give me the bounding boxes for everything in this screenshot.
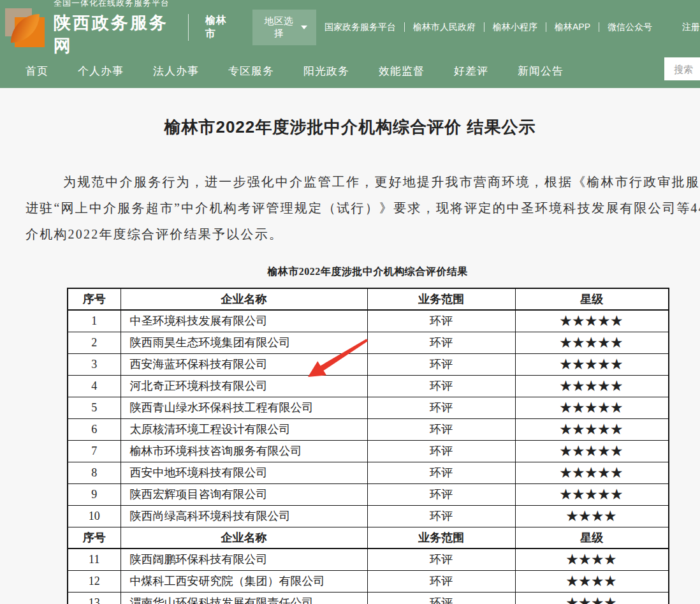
star-rating-cell: ★★★★ [515,592,669,604]
paragraph-line: 为规范中介服务行为，进一步强化中介监管工作，更好地提升我市营商环境，根据《榆林市… [0,169,700,195]
row-number-cell: 8 [68,462,120,483]
nav-item-个人办事[interactable]: 个人办事 [78,64,124,78]
site-logo[interactable] [5,8,45,48]
row-number-cell: 1 [68,310,120,332]
star-rating-cell: ★★★★★ [515,375,669,397]
table-row: 5陕西青山绿水环保科技工程有限公司环评★★★★★ [68,397,669,418]
row-number-cell: 11 [68,549,120,570]
header-top-row: 全国一体化在线政务服务平台 陕西政务服务网 榆林市 地区选择 国家政务服务平台榆… [0,0,700,54]
company-name-cell: 中圣环境科技发展有限公司 [120,310,367,332]
row-number-cell: 10 [68,505,120,527]
announcement-paragraph: 为规范中介服务行为，进一步强化中介监管工作，更好地提升我市营商环境，根据《榆林市… [0,169,700,247]
table-row: 12中煤科工西安研究院（集团）有限公司环评★★★★ [68,570,669,592]
nav-item-好差评[interactable]: 好差评 [454,64,488,78]
company-name-cell: 陕西阔鹏环保科技有限公司 [120,549,367,570]
nav-item-首页[interactable]: 首页 [26,64,48,78]
column-header: 星级 [515,288,669,310]
column-header: 业务范围 [367,527,515,549]
header-link[interactable]: 榆林市人民政府 [405,22,484,33]
nav-item-阳光政务[interactable]: 阳光政务 [303,64,349,78]
header-link[interactable]: 微信公众号 [599,22,660,33]
paragraph-line: 进驻“网上中介服务超市”中介机构考评管理规定（试行）》要求，现将评定的中圣环境科… [0,195,700,221]
current-city-label: 榆林市 [205,14,235,41]
business-scope-cell: 环评 [367,440,515,462]
main-nav: 首页个人办事法人办事专区服务阳光政务效能监督好差评新闻公告 [0,54,700,88]
company-name-cell: 陕西宏辉项目咨询有限公司 [120,483,367,505]
star-rating-cell: ★★★★★ [515,440,669,462]
company-name-cell: 太原核清环境工程设计有限公司 [120,418,367,440]
search-input[interactable] [664,57,700,80]
business-scope-cell: 环评 [367,570,515,592]
region-selector-button[interactable]: 地区选择 [252,10,316,45]
row-number-cell: 9 [68,483,120,505]
table-row: 2陕西雨昊生态环境集团有限公司环评★★★★★ [68,332,669,353]
company-name-cell: 西安海蓝环保科技有限公司 [120,353,367,375]
business-scope-cell: 环评 [367,375,515,397]
business-scope-cell: 环评 [367,310,515,332]
column-header: 星级 [515,527,669,549]
business-scope-cell: 环评 [367,332,515,353]
table-row: 4河北奇正环境科技有限公司环评★★★★★ [68,375,669,397]
column-header: 序号 [68,527,120,549]
table-header-row: 序号企业名称业务范围星级 [68,288,669,310]
row-number-cell: 13 [68,592,120,604]
header-divider [188,14,189,41]
row-number-cell: 5 [68,397,120,418]
star-rating-cell: ★★★★ [515,549,669,570]
company-name-cell: 榆林市环境科技咨询服务有限公司 [120,440,367,462]
star-rating-cell: ★★★★ [515,570,669,592]
header-link[interactable]: 榆林APP [546,22,599,33]
paragraph-line: 介机构2022年度综合评价结果予以公示。 [0,221,700,247]
table-row: 8西安中地环境科技有限公司环评★★★★★ [68,462,669,483]
header-link[interactable]: 榆林小程序 [485,22,546,33]
table-row: 13渭南华山环保科技发展有限责任公司环评★★★★ [68,592,669,604]
table-row: 9陕西宏辉项目咨询有限公司环评★★★★★ [68,483,669,505]
nav-item-专区服务[interactable]: 专区服务 [228,64,274,78]
star-rating-cell: ★★★★★ [515,483,669,505]
star-rating-cell: ★★★★★ [515,353,669,375]
star-rating-cell: ★★★★★ [515,418,669,440]
evaluation-table: 序号企业名称业务范围星级1中圣环境科技发展有限公司环评★★★★★2陕西雨昊生态环… [67,288,669,604]
nav-item-新闻公告[interactable]: 新闻公告 [518,64,564,78]
business-scope-cell: 环评 [367,418,515,440]
row-number-cell: 7 [68,440,120,462]
header-link[interactable]: 国家政务服务平台 [316,22,404,33]
register-link[interactable]: 注册 [682,22,700,33]
brand-block: 全国一体化在线政务服务平台 陕西政务服务网 [54,0,177,57]
business-scope-cell: 环评 [367,505,515,527]
row-number-cell: 2 [68,332,120,353]
star-rating-cell: ★★★★★ [515,462,669,483]
announcement-document: 榆林市2022年度涉批中介机构综合评价 结果公示 为规范中介服务行为，进一步强化… [0,116,700,604]
company-name-cell: 陕西尚绿高科环境科技有限公司 [120,505,367,527]
business-scope-cell: 环评 [367,483,515,505]
company-name-cell: 河北奇正环境科技有限公司 [120,375,367,397]
table-row: 11陕西阔鹏环保科技有限公司环评★★★★ [68,549,669,570]
business-scope-cell: 环评 [367,397,515,418]
company-name-cell: 渭南华山环保科技发展有限责任公司 [120,592,367,604]
company-name-cell: 陕西青山绿水环保科技工程有限公司 [120,397,367,418]
star-rating-cell: ★★★★★ [515,397,669,418]
nav-item-效能监督[interactable]: 效能监督 [379,64,425,78]
table-row: 1中圣环境科技发展有限公司环评★★★★★ [68,310,669,332]
company-name-cell: 西安中地环境科技有限公司 [120,462,367,483]
page-title: 榆林市2022年度涉批中介机构综合评价 结果公示 [0,116,700,138]
business-scope-cell: 环评 [367,462,515,483]
row-number-cell: 3 [68,353,120,375]
column-header: 序号 [68,288,120,310]
column-header: 企业名称 [120,288,367,310]
table-caption: 榆林市2022年度涉批中介机构综合评价结果 [67,265,668,279]
table-row: 7榆林市环境科技咨询服务有限公司环评★★★★★ [68,440,669,462]
column-header: 业务范围 [367,288,515,310]
company-name-cell: 陕西雨昊生态环境集团有限公司 [120,332,367,353]
table-header-row: 序号企业名称业务范围星级 [68,527,669,549]
row-number-cell: 6 [68,418,120,440]
row-number-cell: 4 [68,375,120,397]
header-links: 国家政务服务平台榆林市人民政府榆林小程序榆林APP微信公众号 [316,22,660,33]
column-header: 企业名称 [120,527,367,549]
evaluation-table-body: 序号企业名称业务范围星级1中圣环境科技发展有限公司环评★★★★★2陕西雨昊生态环… [68,288,669,604]
region-selector-label: 地区选择 [261,15,296,40]
table-row: 6太原核清环境工程设计有限公司环评★★★★★ [68,418,669,440]
site-header: 全国一体化在线政务服务平台 陕西政务服务网 榆林市 地区选择 国家政务服务平台榆… [0,0,700,88]
company-name-cell: 中煤科工西安研究院（集团）有限公司 [120,570,367,592]
nav-item-法人办事[interactable]: 法人办事 [153,64,199,78]
